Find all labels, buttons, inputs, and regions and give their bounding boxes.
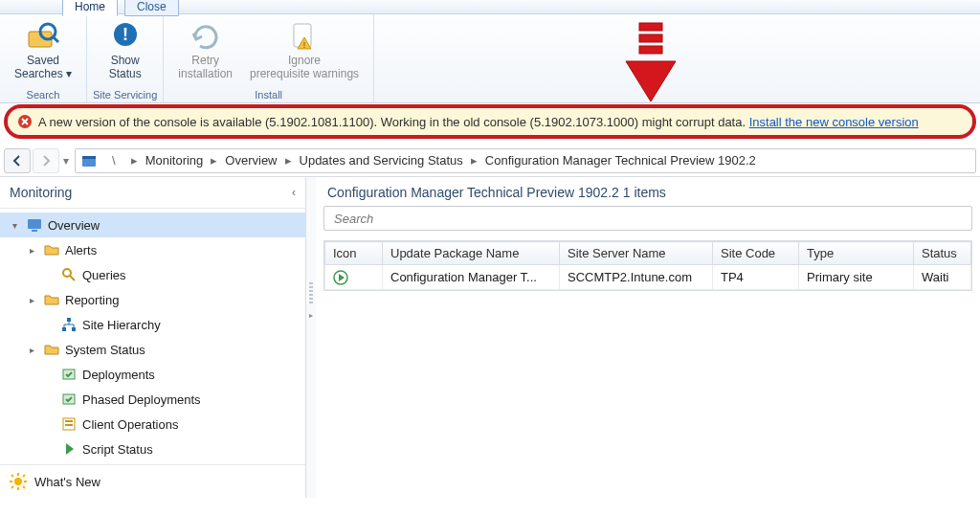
content-pane: Configuration Manager Technical Preview …	[316, 177, 980, 498]
col-update-package-name[interactable]: Update Package Name	[383, 242, 560, 265]
ribbon-group-install: Retry installation ! Ignore prerequisite…	[164, 14, 374, 102]
tab-home[interactable]: Home	[62, 0, 118, 16]
ribbon-group-label-search: Search	[6, 89, 80, 102]
col-status[interactable]: Status	[914, 242, 971, 265]
ribbon-group-label-install: Install	[169, 89, 368, 102]
col-icon[interactable]: Icon	[325, 242, 383, 265]
breadcrumb-seg-2[interactable]: Updates and Servicing Status	[300, 153, 463, 168]
whats-new-label: What's New	[34, 475, 100, 489]
sidebar-item-phased-deployments[interactable]: Phased Deployments	[0, 387, 305, 412]
svg-rect-24	[65, 424, 73, 426]
cell-upn: Configuration Manager T...	[383, 265, 560, 290]
svg-rect-14	[32, 230, 37, 232]
sidebar-item-label: Queries	[82, 268, 126, 282]
breadcrumb[interactable]: \▸ Monitoring▸ Overview▸ Updates and Ser…	[75, 148, 976, 173]
tab-close[interactable]: Close	[124, 0, 179, 16]
col-site-server-name[interactable]: Site Server Name	[559, 242, 712, 265]
ribbon-group-site: ! Show Status Site Servicing	[87, 14, 164, 102]
info-shield-icon: !	[109, 20, 142, 53]
sidebar-whats-new[interactable]: What's New	[0, 464, 305, 498]
retry-installation-label: Retry installation	[178, 54, 233, 80]
expand-icon[interactable]: ▸	[25, 345, 38, 355]
sidebar-item-label: Script Status	[82, 442, 153, 457]
ribbon: Saved Searches ▾ Search ! Show Status Si…	[0, 14, 980, 103]
saved-searches-button[interactable]: Saved Searches ▾	[6, 16, 80, 89]
warning-doc-icon: !	[288, 20, 321, 53]
expand-icon[interactable]: ▾	[8, 220, 21, 231]
svg-line-33	[11, 486, 13, 488]
svg-rect-23	[65, 420, 73, 422]
sidebar-item-alerts[interactable]: ▸Alerts	[0, 237, 305, 262]
tab-strip: Home Close	[0, 0, 980, 14]
deploy-icon	[61, 367, 77, 382]
table-row[interactable]: Configuration Manager T...SCCMTP2.Intune…	[325, 265, 971, 290]
cell-server: SCCMTP2.Intune.com	[559, 265, 712, 290]
svg-text:!: !	[303, 40, 306, 50]
sidebar-item-label: Site Hierarchy	[82, 318, 161, 332]
client-icon	[61, 416, 77, 432]
arrow-left-icon	[11, 155, 23, 167]
main-split: Monitoring ‹ ▾Overview▸AlertsQueries▸Rep…	[0, 177, 980, 498]
splitter-handle[interactable]: ▸	[306, 177, 316, 498]
cell-type: Primary site	[799, 265, 914, 290]
retry-icon	[189, 20, 222, 53]
breadcrumb-seg-3[interactable]: Configuration Manager Technical Preview …	[485, 153, 756, 168]
ignore-prereq-button: ! Ignore prerequisite warnings	[241, 16, 368, 89]
search-box[interactable]	[323, 206, 972, 231]
sidebar-item-label: Deployments	[82, 368, 155, 382]
sidebar-item-label: Phased Deployments	[82, 392, 201, 407]
sidebar-item-reporting[interactable]: ▸Reporting	[0, 287, 305, 312]
svg-line-32	[23, 475, 25, 477]
sidebar: Monitoring ‹ ▾Overview▸AlertsQueries▸Rep…	[0, 177, 306, 498]
folder-icon	[44, 342, 59, 357]
notification-text: A new version of the console is availabl…	[38, 115, 919, 129]
col-type[interactable]: Type	[799, 242, 914, 265]
script-icon	[61, 441, 77, 457]
breadcrumb-seg-1[interactable]: Overview	[225, 153, 277, 168]
nav-back-button[interactable]	[4, 148, 31, 173]
svg-point-25	[14, 478, 22, 485]
magnifier-folder-icon	[27, 20, 59, 53]
folder-icon	[44, 292, 59, 307]
expand-icon[interactable]: ▸	[25, 295, 38, 305]
sidebar-item-script-status[interactable]: Script Status	[0, 437, 305, 461]
show-status-label: Show Status	[109, 54, 142, 80]
play-icon	[333, 270, 348, 285]
svg-text:!: !	[122, 25, 128, 44]
error-icon	[17, 114, 33, 129]
sidebar-collapse-button[interactable]: ‹	[292, 186, 296, 199]
nav-dropdown[interactable]: ▾	[61, 154, 71, 168]
retry-installation-button: Retry installation	[169, 16, 241, 89]
search-input[interactable]	[332, 211, 964, 227]
show-status-button[interactable]: ! Show Status	[95, 16, 156, 89]
grid-header-row: IconUpdate Package NameSite Server NameS…	[325, 242, 971, 265]
install-new-console-link[interactable]: Install the new console version	[749, 115, 919, 129]
sidebar-item-label: System Status	[65, 343, 145, 357]
sidebar-item-system-status[interactable]: ▸System Status	[0, 337, 305, 362]
monitor-icon	[27, 217, 42, 233]
sidebar-item-overview[interactable]: ▾Overview	[0, 213, 305, 237]
sidebar-item-client-operations[interactable]: Client Operations	[0, 412, 305, 437]
breadcrumb-seg-0[interactable]: Monitoring	[145, 153, 204, 168]
sidebar-item-site-hierarchy[interactable]: Site Hierarchy	[0, 312, 305, 337]
folder-icon	[44, 242, 59, 258]
sidebar-item-label: Reporting	[65, 293, 119, 307]
svg-rect-18	[62, 327, 66, 331]
nav-row: ▾ \▸ Monitoring▸ Overview▸ Updates and S…	[0, 145, 980, 177]
ribbon-group-search: Saved Searches ▾ Search	[0, 14, 87, 102]
notification-bar: A new version of the console is availabl…	[8, 108, 972, 135]
ribbon-group-label-site: Site Servicing	[93, 89, 157, 102]
sidebar-item-queries[interactable]: Queries	[0, 262, 305, 287]
query-icon	[61, 267, 77, 282]
svg-rect-17	[67, 318, 71, 322]
svg-line-16	[70, 276, 75, 280]
col-site-code[interactable]: Site Code	[713, 242, 799, 265]
notification-bar-wrap: A new version of the console is availabl…	[4, 104, 976, 139]
svg-rect-12	[82, 156, 96, 159]
sidebar-item-label: Alerts	[65, 243, 97, 258]
nav-forward-button[interactable]	[33, 148, 59, 173]
svg-rect-19	[72, 327, 76, 331]
expand-icon[interactable]: ▸	[25, 245, 38, 256]
svg-line-30	[11, 475, 13, 477]
sidebar-item-deployments[interactable]: Deployments	[0, 362, 305, 387]
